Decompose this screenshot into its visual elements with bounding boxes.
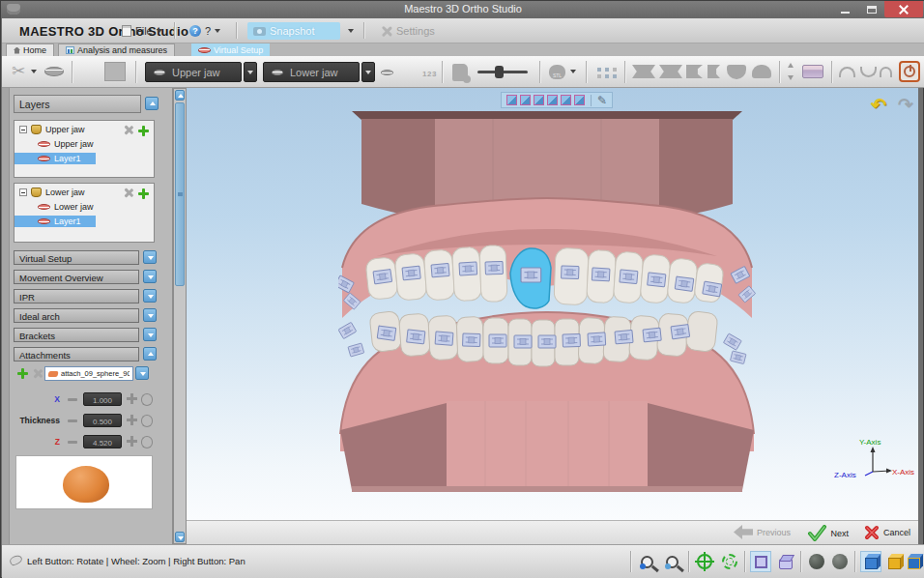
expand-ideal-arch-button[interactable] (143, 308, 157, 322)
minimize-button[interactable] (832, 1, 858, 17)
rotation-center-button[interactable] (719, 551, 740, 572)
bracket-color-icon[interactable] (802, 65, 823, 78)
library-icon[interactable] (452, 64, 468, 81)
add-attachment-button[interactable] (17, 368, 28, 379)
tree-item-layer1-selected[interactable]: Layer1 (14, 216, 96, 227)
file-menu[interactable]: File (116, 22, 168, 40)
power-exit-button[interactable] (899, 61, 920, 82)
z-value-field[interactable]: 4.520 (83, 435, 122, 448)
collapse-expander-icon[interactable] (19, 126, 27, 133)
layers-collapse-button[interactable] (145, 97, 159, 110)
title-bar[interactable]: Maestro 3D Ortho Studio (1, 1, 924, 18)
tree-item-lower-jaw[interactable]: Lower jaw (14, 201, 154, 213)
reset-icon[interactable] (141, 415, 153, 425)
maximize-button[interactable] (858, 1, 884, 17)
section-ideal-arch[interactable]: Ideal arch (14, 308, 139, 323)
solid-wireframe-view-button[interactable] (903, 551, 924, 572)
numbering-icon[interactable]: 123 (422, 70, 437, 78)
add-layer-icon[interactable] (138, 188, 149, 199)
view-cube-left-icon[interactable] (534, 95, 544, 105)
solid-view-button[interactable] (860, 551, 881, 572)
section-virtual-setup[interactable]: Virtual Setup (14, 250, 139, 265)
lower-jaw-dropdown-button[interactable] (361, 62, 375, 82)
stl-export-icon[interactable]: STL (549, 65, 565, 79)
tooth-shape-icon[interactable] (727, 65, 746, 79)
pencil-icon[interactable]: ✎ (597, 95, 607, 106)
expand-brackets-button[interactable] (143, 328, 157, 341)
reset-icon[interactable] (141, 436, 153, 447)
shading-flat-button[interactable] (829, 551, 851, 572)
3d-viewport[interactable]: ✎ ↶ ↷ (187, 88, 918, 520)
thickness-value-field[interactable]: 0.500 (83, 414, 122, 427)
zoom-out-button[interactable] (661, 551, 682, 572)
chevron-down-icon[interactable] (31, 70, 37, 73)
cut-tool-icon[interactable]: ✂ (12, 63, 25, 79)
remove-attachment-button[interactable] (33, 369, 42, 378)
mouth-tool-icon[interactable] (44, 67, 64, 76)
tooth-shape-icon[interactable] (752, 65, 771, 78)
section-movement-overview[interactable]: Movement Overview (14, 270, 139, 284)
tree-item-upper-jaw[interactable]: Upper jaw (14, 138, 154, 150)
section-ipr[interactable]: IPR (14, 289, 139, 303)
collapse-attachments-button[interactable] (143, 347, 157, 361)
scroll-up-button[interactable] (175, 90, 185, 101)
sidebar-scrollbar[interactable] (173, 88, 187, 544)
attachment-preset-select[interactable]: attach_09_sphere_90_c (44, 366, 133, 381)
delete-layer-icon[interactable] (124, 126, 132, 134)
help-menu[interactable]: ? ? (184, 22, 226, 40)
bracket-shape-icon[interactable] (686, 65, 703, 78)
dental-model-3d[interactable] (338, 111, 756, 496)
tab-home[interactable]: Home (6, 43, 54, 56)
delete-layer-icon[interactable] (124, 188, 132, 197)
move-vertical-icon[interactable] (787, 63, 795, 80)
orthographic-view-button[interactable] (750, 551, 771, 572)
increment-button[interactable] (127, 436, 137, 447)
chevron-down-icon[interactable] (570, 70, 576, 73)
view-cube-front-icon[interactable] (506, 95, 517, 105)
tab-analysis-and-measures[interactable]: Analysis and measures (58, 43, 175, 56)
plane-tool-icon[interactable] (104, 62, 126, 81)
collapse-expander-icon[interactable] (19, 188, 27, 196)
undo-button[interactable]: ↶ (871, 94, 886, 116)
next-button[interactable]: Next (807, 525, 849, 541)
increment-button[interactable] (127, 415, 137, 425)
size-slider[interactable] (477, 71, 528, 73)
arch-small-icon[interactable] (880, 67, 892, 77)
close-button[interactable] (884, 1, 923, 17)
snapshot-button[interactable]: Snapshot (247, 22, 340, 40)
reset-icon[interactable] (141, 393, 153, 404)
expand-virtual-setup-button[interactable] (143, 250, 157, 264)
lower-jaw-select[interactable]: Lower jaw (263, 62, 360, 82)
redo-button[interactable]: ↷ (898, 94, 913, 116)
scrollbar-thumb[interactable] (175, 102, 185, 286)
arch-icon[interactable] (839, 67, 855, 77)
snapshot-dropdown[interactable] (342, 22, 360, 40)
wireframe-view-button[interactable] (883, 551, 905, 572)
scroll-down-button[interactable] (175, 532, 185, 542)
section-attachments[interactable]: Attachments (14, 347, 139, 361)
perspective-view-button[interactable] (775, 551, 796, 572)
lips-small-icon[interactable] (381, 70, 393, 75)
previous-button[interactable]: Previous (734, 525, 791, 539)
x-value-field[interactable]: 1.000 (83, 392, 122, 406)
section-brackets[interactable]: Brackets (14, 328, 139, 342)
bracket-shape-icon[interactable] (632, 65, 655, 78)
view-cube-bottom-icon[interactable] (574, 95, 585, 105)
bracket-shape-icon[interactable] (707, 65, 720, 78)
shading-smooth-button[interactable] (806, 551, 827, 572)
cancel-button[interactable]: Cancel (864, 525, 910, 540)
expand-movement-overview-button[interactable] (143, 270, 157, 283)
bracket-shape-icon[interactable] (659, 65, 682, 78)
decrement-button[interactable] (68, 419, 77, 422)
attachment-dropdown-button[interactable] (135, 366, 149, 380)
view-cube-back-icon[interactable] (520, 95, 531, 105)
settings-menu[interactable]: Settings (375, 22, 441, 40)
add-layer-icon[interactable] (138, 126, 149, 136)
tab-virtual-setup[interactable]: Virtual Setup (191, 43, 270, 56)
arch-flipped-icon[interactable] (860, 67, 877, 77)
upper-jaw-select[interactable]: Upper jaw (145, 62, 242, 82)
expand-ipr-button[interactable] (143, 289, 157, 303)
increment-button[interactable] (127, 393, 137, 404)
view-cube-right-icon[interactable] (547, 95, 558, 105)
layers-panel-header[interactable]: Layers (14, 95, 141, 113)
